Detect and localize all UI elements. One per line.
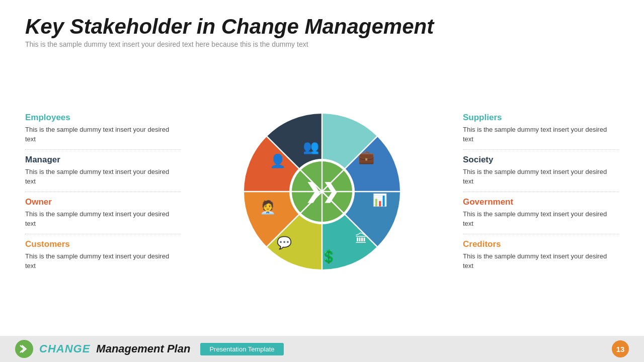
right-stakeholder-item-0: Suppliers This is the sample dummy text … [463, 108, 619, 150]
left-stakeholder-item-0: Employees This is the sample dummy text … [25, 108, 181, 150]
right-stakeholder-item-3: Creditors This is the sample dummy text … [463, 234, 619, 276]
svg-text:🧑‍💼: 🧑‍💼 [260, 199, 276, 215]
slide: Key Stakeholder in Change Management Thi… [0, 0, 644, 362]
svg-text:💬: 💬 [277, 235, 292, 250]
stakeholder-text: This is the sample dummy text insert you… [25, 125, 181, 144]
footer-change-label: CHANGE [39, 342, 90, 355]
left-stakeholder-item-3: Customers This is the sample dummy text … [25, 234, 181, 276]
stakeholder-title: Customers [25, 239, 181, 249]
left-stakeholder-item-2: Owner This is the sample dummy text inse… [25, 192, 181, 234]
body-area: Employees This is the sample dummy text … [25, 52, 619, 331]
page-title: Key Stakeholder in Change Management [25, 15, 619, 38]
svg-text:💲: 💲 [320, 248, 337, 264]
stakeholder-title: Government [463, 197, 619, 207]
stakeholder-text: This is the sample dummy text insert you… [25, 167, 181, 187]
left-column: Employees This is the sample dummy text … [25, 108, 191, 276]
stakeholder-text: This is the sample dummy text insert you… [463, 209, 619, 229]
stakeholder-text: This is the sample dummy text insert you… [463, 167, 619, 187]
stakeholder-title: Owner [25, 197, 181, 207]
page-subtitle: This is the sample dummy text insert you… [25, 40, 619, 48]
right-stakeholder-item-1: Society This is the sample dummy text in… [463, 150, 619, 192]
footer: CHANGE Management Plan Presentation Temp… [0, 336, 644, 362]
stakeholder-text: This is the sample dummy text insert you… [25, 209, 181, 229]
stakeholder-title: Manager [25, 155, 181, 165]
stakeholder-title: Suppliers [463, 113, 619, 123]
right-column: Suppliers This is the sample dummy text … [453, 108, 619, 276]
stakeholder-title: Employees [25, 113, 181, 123]
svg-text:📊: 📊 [372, 193, 387, 207]
main-content: Key Stakeholder in Change Management Thi… [0, 0, 644, 336]
svg-text:👤: 👤 [270, 153, 286, 169]
footer-page-number: 13 [612, 340, 629, 357]
svg-text:💼: 💼 [358, 149, 375, 165]
footer-mgmt-label: Management Plan [96, 342, 190, 355]
svg-text:🏛: 🏛 [355, 232, 367, 245]
stakeholder-text: This is the sample dummy text insert you… [463, 125, 619, 144]
footer-badge: Presentation Template [200, 343, 283, 355]
title-section: Key Stakeholder in Change Management Thi… [25, 15, 619, 48]
left-stakeholder-item-1: Manager This is the sample dummy text in… [25, 150, 181, 192]
footer-logo [15, 340, 33, 358]
stakeholder-text: This is the sample dummy text insert you… [25, 251, 181, 271]
stakeholder-title: Society [463, 155, 619, 165]
stakeholder-text: This is the sample dummy text insert you… [463, 251, 619, 271]
wheel-diagram: ❯❯ 👥 💼 📊 🏛 💲 💬 [236, 106, 408, 277]
center-wheel: ❯❯ 👥 💼 📊 🏛 💲 💬 [191, 106, 453, 277]
svg-text:👥: 👥 [303, 139, 319, 155]
right-stakeholder-item-2: Government This is the sample dummy text… [463, 192, 619, 234]
stakeholder-title: Creditors [463, 239, 619, 249]
